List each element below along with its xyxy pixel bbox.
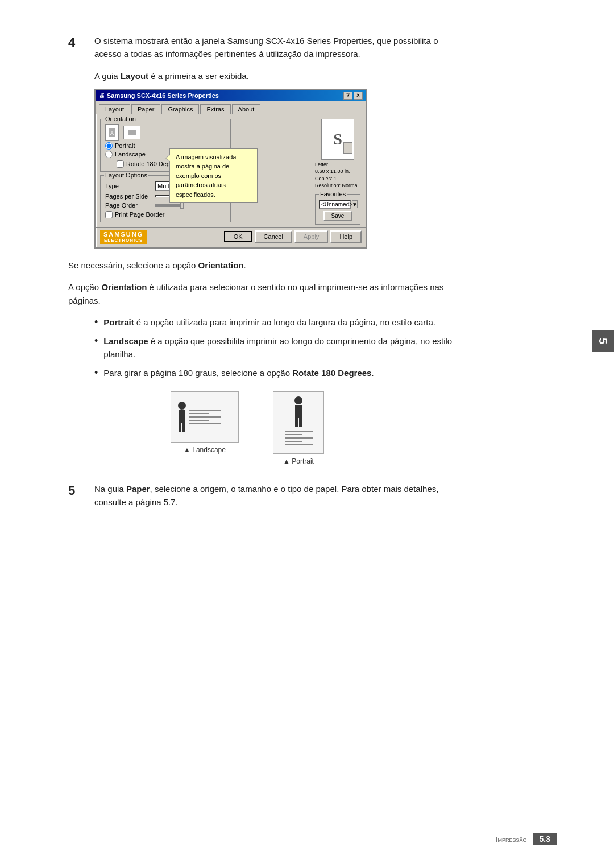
page-content: 4 O sistema mostrará então a janela Sams… <box>0 0 512 554</box>
person-head-l <box>178 402 186 410</box>
step5-text: Na guia Paper, selecione a origem, o tam… <box>94 482 455 509</box>
person-leg-l2 <box>182 423 185 432</box>
dialog-controls: ? × <box>343 92 363 100</box>
landscape-radio[interactable] <box>105 151 113 158</box>
footer-badge: 5.3 <box>533 833 557 845</box>
line-l5 <box>189 423 221 424</box>
person-body-l <box>179 410 185 423</box>
pages-label: Pages per Side <box>105 193 151 200</box>
preview-paper-size: Letter <box>315 161 360 168</box>
border-label: Print Page Border <box>115 211 164 218</box>
border-checkbox[interactable] <box>105 211 113 218</box>
step5-pre: Na guia <box>94 484 126 494</box>
step4-number: 4 <box>68 34 84 61</box>
line-p5 <box>285 444 313 445</box>
bullet-rotate-text: Para girar a página 180 graus, selecione… <box>103 366 374 379</box>
line-l3 <box>189 416 221 418</box>
bullet-landscape: • Landscape é a opção que possibilita im… <box>94 334 455 361</box>
person-leg-p1 <box>295 418 298 427</box>
line-p3 <box>285 437 313 439</box>
landscape-svg <box>127 129 136 136</box>
preview-thumb <box>343 142 352 154</box>
dialog-help-btn[interactable]: ? <box>343 92 352 100</box>
orientation-group-label: Orientation <box>104 115 137 122</box>
person-legs-p <box>295 418 302 427</box>
preview-info: Letter 8.60 x 11.00 in. Copies: 1 Resolu… <box>315 161 360 189</box>
person-leg-p2 <box>299 418 302 427</box>
help-button[interactable]: Help <box>330 230 362 243</box>
border-row: Print Page Border <box>105 211 226 218</box>
step5-number: 5 <box>68 482 84 509</box>
apply-button[interactable]: Apply <box>294 230 329 243</box>
dialog-footer: SAMSUNG ELECTRONICS OK Cancel Apply Help <box>96 227 366 247</box>
orientation-intro-pre: Se necessário, selecione a opção <box>68 261 198 270</box>
subtitle-bold: Layout <box>121 71 148 81</box>
portrait-radio[interactable] <box>105 142 113 150</box>
favorites-group: Favorites <Unnamed> ▼ Save <box>315 194 360 225</box>
order-slider[interactable] <box>155 204 184 207</box>
line-p2 <box>285 434 302 435</box>
favorites-value: <Unnamed> <box>319 200 351 209</box>
tab-paper[interactable]: Paper <box>131 104 160 114</box>
bullet-rotate: • Para girar a página 180 graus, selecio… <box>94 366 455 379</box>
cancel-button[interactable]: Cancel <box>255 230 292 243</box>
portrait-bold: Portrait <box>103 317 134 327</box>
dialog-body: A imagem visualizada mostra a página de … <box>96 114 366 227</box>
tab-graphics[interactable]: Graphics <box>161 104 199 114</box>
svg-rect-2 <box>128 130 136 135</box>
electronics-name: ELECTRONICS <box>104 238 143 243</box>
portrait-lines <box>280 431 317 445</box>
person-head-p <box>294 396 302 404</box>
ok-button[interactable]: OK <box>224 231 252 242</box>
orientation-intro: Se necessário, selecione a opção Orienta… <box>68 259 455 272</box>
portrait-label: Portrait <box>115 142 135 149</box>
preview-copies: Copies: 1 <box>315 175 360 183</box>
svg-text:A: A <box>110 130 114 136</box>
dialog-title-text: Samsung SCX-4x16 Series Properties <box>107 92 219 99</box>
line-p1 <box>285 431 313 432</box>
step4-text: O sistema mostrará então a janela Samsun… <box>94 34 455 61</box>
footer-section-label: Impressão <box>496 835 527 844</box>
portrait-box <box>273 391 324 454</box>
line-l4 <box>189 420 209 421</box>
printer-icon: 🖨 <box>99 92 105 98</box>
favorites-dropdown[interactable]: ▼ <box>352 200 358 208</box>
dialog-wrapper: 🖨 Samsung SCX-4x16 Series Properties ? ×… <box>94 89 455 249</box>
order-label: Page Order <box>105 202 151 209</box>
tab-layout[interactable]: Layout <box>99 104 130 114</box>
dialog-tabs: Layout Paper Graphics Extras About <box>96 101 366 114</box>
save-btn[interactable]: Save <box>319 211 356 221</box>
orientation-icons: A <box>105 124 226 141</box>
dialog-box: 🖨 Samsung SCX-4x16 Series Properties ? ×… <box>94 89 367 249</box>
page-footer: Impressão 5.3 <box>496 833 557 845</box>
subtitle-pre: A guia <box>94 71 121 81</box>
tab-extras[interactable]: Extras <box>200 104 230 114</box>
orientation-desc-pre: A opção <box>68 282 101 292</box>
line-l2 <box>189 413 209 414</box>
bullet-dot-1: • <box>94 316 98 329</box>
preview-resolution: Resolution: Normal <box>315 182 360 189</box>
type-label: Type <box>105 183 151 189</box>
rotate-checkbox[interactable] <box>117 160 124 168</box>
favorites-label: Favorites <box>319 191 347 197</box>
tab-about[interactable]: About <box>232 104 261 114</box>
orientation-intro-post: . <box>244 261 246 270</box>
step4-block: 4 O sistema mostrará então a janela Sams… <box>68 34 455 61</box>
line-p4 <box>285 441 302 442</box>
dialog-close-btn[interactable]: × <box>354 92 363 100</box>
landscape-label: Landscape <box>115 151 146 158</box>
preview-area: S Letter 8.60 x 11.00 in. Copies: 1 Reso… <box>315 119 360 225</box>
portrait-icon: A <box>105 124 119 141</box>
bullet-dot-2: • <box>94 334 98 361</box>
portrait-image-block: ▲ Portrait <box>273 391 324 465</box>
preview-paper: S <box>321 119 354 160</box>
tooltip-balloon: A imagem visualizada mostra a página de … <box>169 148 258 204</box>
side-tab-number: 5 <box>597 338 609 344</box>
subtitle-post: é a primeira a ser exibida. <box>148 71 249 81</box>
orientation-images: ▲ Landscape <box>171 391 455 465</box>
bullet-landscape-text: Landscape é a opção que possibilita impr… <box>103 334 455 361</box>
save-button[interactable]: Save <box>323 211 352 221</box>
bullet-portrait-text: Portrait é a opção utilizada para imprim… <box>103 316 435 329</box>
landscape-image-block: ▲ Landscape <box>171 391 239 465</box>
favorites-row: <Unnamed> ▼ <box>319 200 356 209</box>
